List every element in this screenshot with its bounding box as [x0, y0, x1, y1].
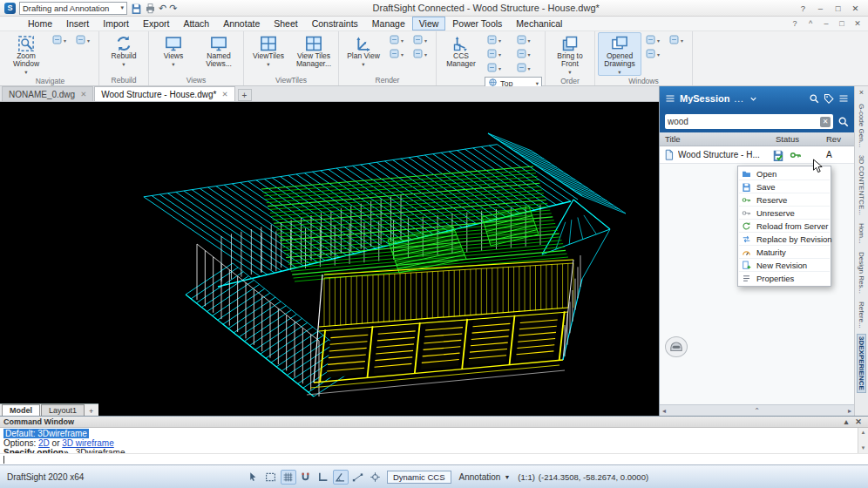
menubar-control-[interactable]: ^ — [804, 19, 817, 28]
search-input[interactable] — [668, 117, 817, 126]
option-link-3d-wireframe[interactable]: 3D wireframe — [62, 438, 113, 448]
ribbon-button-zoom-window[interactable]: Zoom Window▾ — [4, 32, 48, 76]
ribbon-small-ccs-zaxis[interactable]: ▾ — [485, 48, 507, 61]
panel-menu-icon[interactable] — [665, 93, 675, 104]
context-menu-item-reload-from-server[interactable]: Reload from Server — [739, 220, 830, 233]
collapse-chevron-icon[interactable]: ⌃ — [754, 407, 760, 415]
menu-manage[interactable]: Manage — [365, 17, 412, 30]
context-menu-item-new-revision[interactable]: New Revision — [739, 259, 830, 272]
ribbon-small-ccs-view[interactable]: ▾ — [514, 48, 537, 61]
menubar-control-[interactable]: □ — [835, 19, 849, 28]
ribbon-button-bring-to-front[interactable]: Bring to Front▾ — [548, 32, 592, 76]
panel-list-icon[interactable] — [838, 93, 849, 104]
side-tab-hom[interactable]: Hom... — [858, 221, 865, 246]
status-toggle-angle-icon[interactable] — [333, 470, 349, 485]
side-tab-design-res[interactable]: Design Res... — [858, 250, 865, 295]
maximize-button[interactable]: □ — [830, 2, 846, 15]
panel-tag-icon[interactable] — [824, 93, 834, 104]
ribbon-small-shade-hidden[interactable]: ▾ — [387, 48, 410, 61]
ribbon-button-view-tiles-manager[interactable]: View Tiles Manager... — [292, 32, 336, 74]
option-link-2d[interactable]: 2D — [38, 438, 50, 448]
scroll-left-icon[interactable]: ◂ — [662, 407, 666, 415]
tab-close-icon[interactable]: ✕ — [221, 90, 227, 98]
panel-search-icon[interactable] — [809, 93, 819, 104]
layout-tab-layout1[interactable]: Layout1 — [41, 404, 85, 416]
status-toggle-pointer-icon[interactable] — [246, 470, 261, 485]
command-input[interactable] — [0, 453, 868, 464]
search-box[interactable]: ✕ — [665, 114, 833, 129]
new-tab-button[interactable]: + — [238, 89, 252, 101]
workspace-selector[interactable]: Drafting and Annotation ▾ — [19, 2, 127, 15]
context-menu-item-open[interactable]: Open — [739, 167, 830, 180]
save-icon[interactable] — [131, 3, 142, 14]
context-menu-item-reserve[interactable]: Reserve — [739, 193, 830, 207]
status-toggle-ortho-icon[interactable] — [315, 470, 331, 485]
side-tab-refere[interactable]: Refere... — [858, 300, 865, 330]
menu-export[interactable]: Export — [136, 17, 176, 30]
ribbon-small-ccs-face[interactable]: ▾ — [514, 62, 537, 75]
menu-annotate[interactable]: Annotate — [216, 17, 267, 30]
ribbon-small-zoom-fit[interactable]: ▾ — [73, 34, 96, 47]
command-collapse-icon[interactable]: ▴ — [840, 417, 852, 426]
ribbon-button-opened-drawings[interactable]: Opened Drawings▾ — [598, 32, 641, 76]
column-title[interactable]: Title — [660, 134, 776, 144]
reserved-key-icon[interactable] — [790, 149, 802, 161]
ribbon-button-ccs-manager[interactable]: CCS Manager — [439, 32, 483, 74]
status-toggle-crossh-icon[interactable] — [368, 470, 383, 485]
context-menu-item-properties[interactable]: Properties — [739, 272, 830, 285]
menu-import[interactable]: Import — [96, 17, 136, 30]
ribbon-small-ccs-entity[interactable]: ▾ — [485, 62, 507, 75]
status-toggle-node-icon[interactable] — [350, 470, 366, 485]
result-row[interactable]: Wood Structure - H... A — [660, 146, 854, 164]
status-toggle-grid-icon[interactable] — [281, 470, 296, 485]
command-close-icon[interactable]: ✕ — [852, 417, 865, 426]
command-scrollbar[interactable]: ▲▼ — [858, 428, 868, 453]
panel-chevron-down-icon[interactable] — [749, 94, 758, 104]
assistant-bubble-icon[interactable] — [665, 336, 688, 357]
ribbon-small-shade-2dwire[interactable]: ▾ — [387, 34, 410, 47]
menu-power-tools[interactable]: Power Tools — [445, 17, 509, 30]
add-layout-button[interactable]: + — [85, 407, 97, 416]
ribbon-small-tile-vertically[interactable]: ▾ — [643, 48, 666, 61]
ribbon-small-tile-horizontally[interactable]: ▾ — [667, 34, 689, 47]
column-status[interactable]: Status — [776, 134, 826, 144]
side-tab-3dexperience[interactable]: 3DEXPERIENCE — [857, 334, 866, 393]
redo-icon[interactable]: ↷ — [169, 3, 177, 14]
undo-icon[interactable]: ↶ — [159, 3, 166, 14]
ribbon-button-viewtiles[interactable]: ViewTiles▾ — [247, 32, 290, 74]
strip-close-icon[interactable]: × — [859, 88, 864, 98]
menu-home[interactable]: Home — [21, 17, 59, 30]
layout-tab-model[interactable]: Model — [2, 404, 40, 416]
doc-tab-wood-structure-house-dwg[interactable]: Wood Structure - House.dwg*✕ — [94, 86, 234, 101]
print-icon[interactable] — [145, 3, 156, 14]
menubar-control-[interactable]: – — [819, 19, 833, 28]
saved-status-icon[interactable] — [772, 149, 784, 161]
context-menu-item-replace-by-revision[interactable]: Replace by Revision — [739, 233, 830, 246]
ribbon-small-ccs-world[interactable]: ▾ — [485, 34, 507, 47]
minimize-button[interactable]: – — [812, 2, 829, 15]
doc-tab-noname-0-dwg[interactable]: NONAME_0.dwg✕ — [2, 86, 93, 101]
ribbon-small-shade-3dwire[interactable]: ▾ — [410, 34, 433, 47]
ribbon-button-views[interactable]: Views▾ — [152, 32, 195, 74]
close-button[interactable]: ✕ — [847, 2, 864, 15]
context-menu-item-unreserve[interactable]: Unreserve — [739, 207, 830, 220]
dynamic-ccs-button[interactable]: Dynamic CCS — [387, 471, 451, 484]
context-menu-item-save[interactable]: Save — [739, 180, 830, 193]
menubar-control-[interactable]: ✕ — [851, 19, 865, 28]
side-tab-g-code-gen[interactable]: G-code Gen... — [858, 102, 865, 149]
drawing-canvas[interactable]: ModelLayout1+ — [0, 102, 659, 416]
status-toggle-dashrect-icon[interactable] — [263, 470, 279, 485]
column-rev[interactable]: Rev — [826, 134, 854, 144]
menu-mechanical[interactable]: Mechanical — [509, 17, 569, 30]
ribbon-small-pan[interactable]: ▾ — [50, 34, 72, 47]
ribbon-small-shade-shaded[interactable]: ▾ — [410, 48, 433, 61]
menu-constraints[interactable]: Constraints — [305, 17, 365, 30]
search-submit-icon[interactable] — [837, 116, 849, 127]
command-window-titlebar[interactable]: Command Window ▴ ✕ — [0, 417, 868, 428]
clear-search-icon[interactable]: ✕ — [820, 117, 831, 127]
ribbon-small-ccs-origin[interactable]: ▾ — [514, 34, 537, 47]
menu-insert[interactable]: Insert — [59, 17, 96, 30]
annotation-scale-dropdown[interactable]: Annotation▼ — [455, 471, 515, 484]
ribbon-button-rebuild[interactable]: Rebuild▾ — [102, 32, 146, 74]
ribbon-button-named-views[interactable]: Named Views... — [197, 32, 241, 74]
